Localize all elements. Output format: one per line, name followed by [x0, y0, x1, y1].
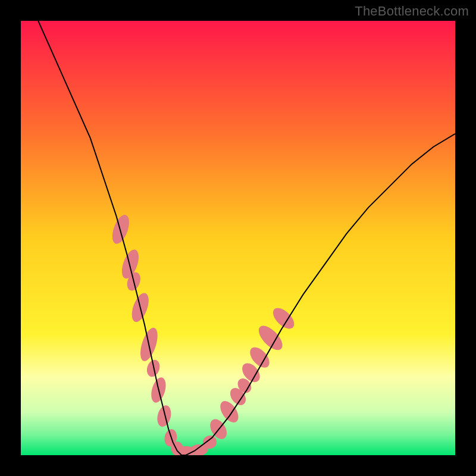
chart-svg	[21, 21, 455, 455]
watermark-text: TheBottleneck.com	[355, 4, 469, 19]
chart-area	[21, 21, 455, 455]
